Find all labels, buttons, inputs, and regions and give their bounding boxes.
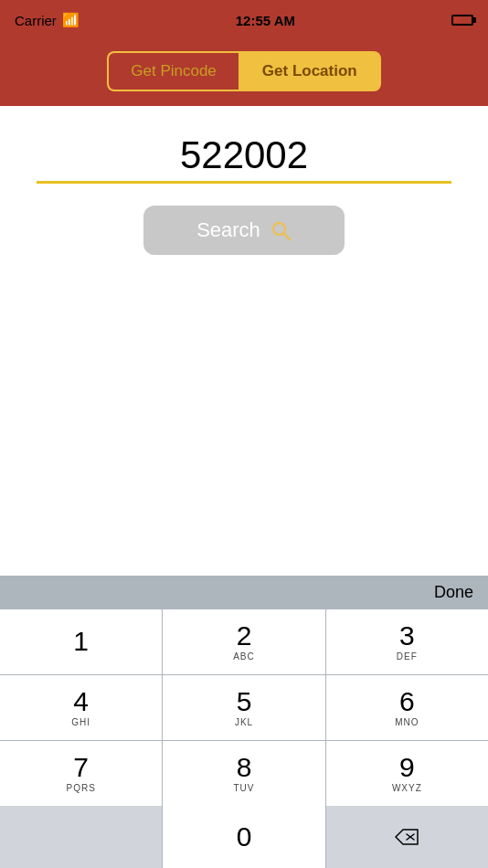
battery-icon <box>451 15 473 26</box>
search-label: Search <box>196 218 260 242</box>
done-button[interactable]: Done <box>434 583 473 602</box>
carrier-label: Carrier <box>15 13 57 28</box>
keyboard-last-row: 0 <box>0 806 488 868</box>
search-icon <box>270 219 292 241</box>
key-3[interactable]: 3 DEF <box>326 609 488 674</box>
key-1[interactable]: 1 <box>0 609 162 674</box>
key-0[interactable]: 0 <box>163 806 324 868</box>
wifi-icon: 📶 <box>62 12 80 28</box>
keyboard-done-row: Done <box>0 576 488 609</box>
svg-line-1 <box>283 234 290 240</box>
key-7[interactable]: 7 PQRS <box>0 741 162 806</box>
pincode-input[interactable] <box>37 133 451 184</box>
status-right <box>451 15 473 26</box>
keyboard-grid: 1 2 ABC 3 DEF 4 GHI 5 JKL 6 MNO 7 PQRS <box>0 609 488 806</box>
key-6[interactable]: 6 MNO <box>326 675 488 740</box>
status-left: Carrier 📶 <box>15 12 80 28</box>
key-9[interactable]: 9 WXYZ <box>326 741 488 806</box>
get-pincode-tab[interactable]: Get Pincode <box>107 51 239 91</box>
main-content: Search <box>0 106 488 273</box>
key-delete[interactable] <box>326 806 488 868</box>
search-button[interactable]: Search <box>143 206 345 255</box>
status-time: 12:55 AM <box>236 13 295 28</box>
header-tabs: Get Pincode Get Location <box>0 40 488 106</box>
key-2[interactable]: 2 ABC <box>163 609 324 674</box>
delete-icon <box>394 828 419 846</box>
key-5[interactable]: 5 JKL <box>163 675 324 740</box>
status-bar: Carrier 📶 12:55 AM <box>0 0 488 40</box>
pincode-input-wrapper <box>37 133 451 184</box>
key-4[interactable]: 4 GHI <box>0 675 162 740</box>
key-8[interactable]: 8 TUV <box>163 741 324 806</box>
key-empty <box>0 806 162 868</box>
keyboard-area: Done 1 2 ABC 3 DEF 4 GHI 5 JKL 6 MNO <box>0 576 488 868</box>
get-location-tab[interactable]: Get Location <box>239 51 381 91</box>
